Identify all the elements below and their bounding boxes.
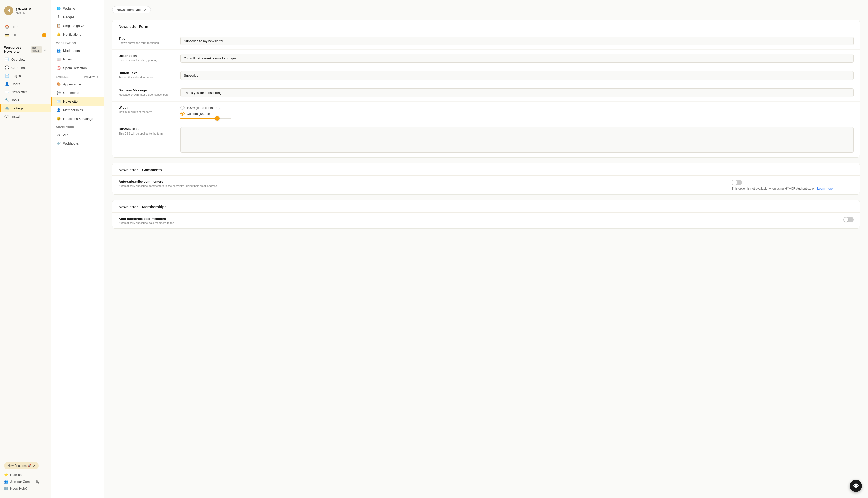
help-link[interactable]: ℹ️ Need Help? [0,485,51,492]
width-slider[interactable] [181,118,854,119]
developer-section-title: Developer [51,123,104,130]
chat-icon: 💬 [853,483,859,489]
pages-icon: 📄 [5,74,9,78]
nav-newsletter-label: Newsletter [11,90,27,94]
description-sublabel: Shown below the title (optional) [119,58,174,62]
username: @Nadil_K [16,8,31,11]
nav-icon: 🔗 [56,141,61,145]
nav-overview[interactable]: 📊 Overview [0,55,51,64]
nav-home[interactable]: 🏠 Home [0,23,51,31]
mid-nav-newsletter[interactable]: ✉️Newsletter [51,97,104,106]
mid-nav-moderators[interactable]: 👥Moderators [51,46,104,55]
success-message-input[interactable] [181,88,854,97]
newsletter-form-section: Newsletter Form Title Shown above the fo… [112,19,860,158]
community-icon: 👥 [4,480,8,484]
nav-icon: <> [56,133,61,137]
nav-pages[interactable]: 📄 Pages [0,71,51,80]
custom-css-label: Custom CSS [119,127,174,131]
nav-icon: 💬 [56,91,61,95]
newsletter-icon: ✉️ [5,90,9,94]
success-message-input-col [181,88,854,97]
mid-nav-notifications[interactable]: 🔔Notifications [51,30,104,39]
success-message-label-col: Success Message Message shown after a us… [119,88,174,97]
mid-nav-rules[interactable]: 📖Rules [51,55,104,64]
auto-subscribe-label: Auto-subscribe commenters [119,180,726,184]
width-label-col: Width Maximum width of the form [119,106,174,114]
slider-track [181,118,231,119]
embeds-header: Embeds Preview 👁 [51,72,104,80]
nav-pages-label: Pages [11,74,21,78]
user-handle: Nadil-K [16,11,31,14]
radio-custom-circle [181,112,185,116]
nav-icon: 🎨 [56,82,61,86]
mid-nav-badges[interactable]: 🎖Badges [51,13,104,21]
preview-button[interactable]: Preview 👁 [84,75,99,79]
auto-subscribe-sublabel: Automatically subscribe commenters to th… [119,184,726,187]
nav-install[interactable]: </> Install [0,112,51,120]
description-input[interactable] [181,54,854,63]
site-name: Wordpress Newsletter ID: 11666 ⌄ [4,46,47,53]
install-icon: </> [5,114,9,118]
rate-us-link[interactable]: ⭐ Rate us [0,471,51,478]
nav-icon: 📖 [56,57,61,61]
nav-install-label: Install [11,115,20,118]
auto-subscribe-toggle[interactable] [732,180,742,185]
community-link[interactable]: 👥 Join our Community [0,478,51,485]
nav-settings[interactable]: ⚙️ Settings [0,104,51,112]
success-message-row: Success Message Message shown after a us… [113,84,860,102]
paid-members-toggle[interactable] [843,217,854,222]
mid-nav-comments[interactable]: 💬Comments [51,88,104,97]
nav-users-label: Users [11,82,20,86]
nav-icon: ✉️ [56,99,61,103]
paid-members-sublabel: Automatically subscribe paid members to … [119,221,837,224]
mid-nav-webhooks[interactable]: 🔗Webhooks [51,139,104,148]
nav-users[interactable]: 👤 Users [0,80,51,88]
button-text-row: Button Text Text on the subscribe button [113,67,860,84]
nav-icon: 😊 [56,117,61,120]
width-option-custom[interactable]: Custom (550px) [181,112,854,116]
mid-nav-website[interactable]: 🌐Website [51,4,104,13]
nav-comments[interactable]: 💬 Comments [0,64,51,71]
new-features-button[interactable]: New Features 🚀 ↗ [4,462,39,469]
slider-thumb[interactable] [215,116,220,120]
rate-us-label: Rate us [10,473,22,477]
title-input[interactable] [181,37,854,45]
title-sublabel: Shown above the form (optional) [119,41,174,45]
learn-more-link[interactable]: Learn more [817,187,833,191]
mid-nav-reactions-and-ratings[interactable]: 😊Reactions & Ratings [51,114,104,123]
docs-button[interactable]: Newsletters Docs ↗ [112,6,151,13]
nav-overview-label: Overview [11,57,25,62]
width-sublabel: Maximum width of the form [119,110,174,114]
width-label: Width [119,106,174,109]
mid-nav-single-sign-on[interactable]: 📋Single Sign-On [51,21,104,30]
button-text-input-col [181,71,854,80]
nav-comments-label: Comments [11,66,27,69]
nav-newsletter[interactable]: ✉️ Newsletter [0,88,51,96]
button-text-input[interactable] [181,71,854,80]
site-chevron-icon[interactable]: ⌄ [43,48,47,52]
width-option-100[interactable]: 100% (of its container) [181,106,854,110]
nav-icon: 🚫 [56,66,61,70]
custom-css-sublabel: This CSS will be applied to the form [119,132,174,135]
mid-nav-memberships[interactable]: 👤Memberships [51,106,104,114]
nav-billing[interactable]: 💳 Billing ! [0,31,51,39]
nav-tools[interactable]: 🔧 Tools [0,96,51,104]
success-message-label: Success Message [119,88,174,92]
site-section: Wordpress Newsletter ID: 11666 ⌄ [0,43,51,55]
tools-icon: 🔧 [5,98,9,102]
users-icon: 👤 [5,82,9,86]
custom-css-textarea[interactable] [181,127,854,153]
new-features-label: New Features 🚀 [8,464,31,468]
nav-billing-label: Billing [11,33,20,37]
nav-icon: 👤 [56,108,61,112]
mid-nav-appearance[interactable]: 🎨Appearance [51,80,104,88]
chat-button[interactable]: 💬 [850,480,862,492]
help-label: Need Help? [10,487,28,490]
paid-toggle-knob [844,217,849,222]
radio-100-circle [181,106,185,110]
mid-nav-spam-detection[interactable]: 🚫Spam Detection [51,64,104,72]
comments-icon: 💬 [5,65,9,69]
mid-nav-api[interactable]: <>API [51,130,104,139]
newsletter-memberships-section: Newsletter + Memberships Auto-subscribe … [112,200,860,229]
toggle-notice: This option is not available when using … [732,187,833,191]
